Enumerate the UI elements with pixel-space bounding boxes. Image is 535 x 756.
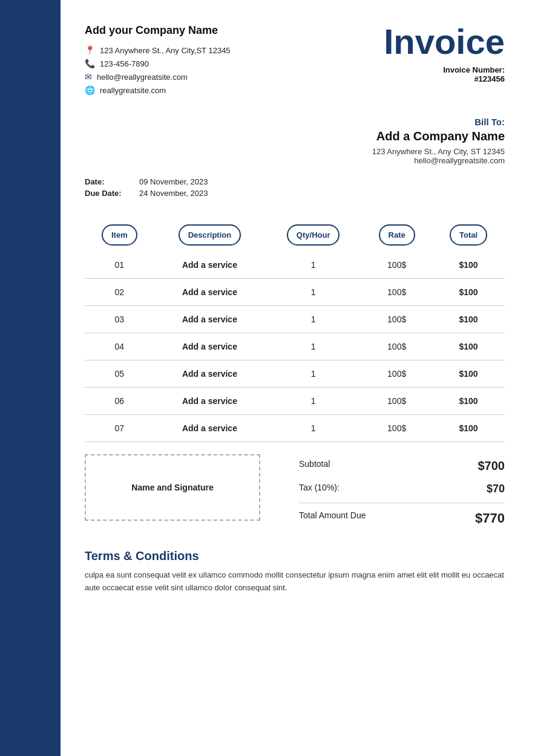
- bill-to: Bill To: Add a Company Name 123 Anywhere…: [372, 117, 505, 165]
- terms-section: Terms & Conditions culpa ea sunt consequ…: [85, 549, 505, 595]
- email-icon: ✉: [85, 72, 92, 82]
- table-row: 03 Add a service 1 100$ $100: [85, 306, 505, 333]
- cell-description: Add a service: [154, 252, 265, 279]
- cell-rate: 100$: [361, 333, 432, 360]
- cell-item: 07: [85, 415, 154, 442]
- bill-to-company: Add a Company Name: [372, 129, 505, 143]
- table-row: 07 Add a service 1 100$ $100: [85, 415, 505, 442]
- invoice-title-block: Invoice Invoice Number: #123456: [384, 24, 505, 83]
- table-row: 04 Add a service 1 100$ $100: [85, 333, 505, 360]
- cell-description: Add a service: [154, 333, 265, 360]
- col-item: Item: [85, 218, 154, 252]
- web-icon: 🌐: [85, 85, 95, 95]
- company-address: 123 Anywhere St., Any City,ST 12345: [100, 46, 231, 55]
- company-website: reallygreatsite.com: [100, 86, 166, 95]
- col-rate: Rate: [361, 218, 432, 252]
- cell-rate: 100$: [361, 388, 432, 415]
- due-date-value: 24 November, 2023: [139, 189, 208, 198]
- invoice-number-value: #123456: [474, 74, 505, 83]
- cell-item: 04: [85, 333, 154, 360]
- table-row: 06 Add a service 1 100$ $100: [85, 388, 505, 415]
- cell-description: Add a service: [154, 388, 265, 415]
- cell-total: $100: [432, 279, 505, 306]
- cell-total: $100: [432, 360, 505, 388]
- company-name: Add your Company Name: [85, 24, 231, 37]
- due-date-row: Due Date: 24 November, 2023: [85, 189, 208, 198]
- final-total-row: Total Amount Due $770: [299, 506, 505, 531]
- cell-qty: 1: [265, 388, 361, 415]
- table-row: 02 Add a service 1 100$ $100: [85, 279, 505, 306]
- cell-total: $100: [432, 306, 505, 333]
- cell-total: $100: [432, 415, 505, 442]
- company-email: hello@reallygreatsite.com: [97, 73, 188, 82]
- invoice-number-label: Invoice Number:: [443, 65, 505, 74]
- content-area: Add your Company Name 📍 123 Anywhere St.…: [61, 0, 535, 756]
- due-date-label: Due Date:: [85, 189, 139, 198]
- cell-qty: 1: [265, 360, 361, 388]
- terms-title: Terms & Conditions: [85, 549, 505, 563]
- cell-total: $100: [432, 333, 505, 360]
- table-header-row: Item Description Qty/Hour Rate Total: [85, 218, 505, 252]
- cell-total: $100: [432, 252, 505, 279]
- cell-description: Add a service: [154, 279, 265, 306]
- signature-label: Name and Signature: [131, 483, 213, 492]
- cell-qty: 1: [265, 306, 361, 333]
- tax-label: Tax (10%):: [299, 483, 340, 495]
- bill-to-email: hello@reallygreatsite.com: [372, 156, 505, 165]
- invoice-number-block: Invoice Number: #123456: [384, 65, 505, 83]
- cell-rate: 100$: [361, 279, 432, 306]
- cell-qty: 1: [265, 279, 361, 306]
- cell-description: Add a service: [154, 360, 265, 388]
- cell-rate: 100$: [361, 415, 432, 442]
- sidebar: [0, 0, 61, 756]
- cell-rate: 100$: [361, 360, 432, 388]
- terms-text: culpa ea sunt consequat velit ex ullamco…: [85, 569, 505, 595]
- tax-row: Tax (10%): $70: [299, 478, 505, 500]
- cell-item: 05: [85, 360, 154, 388]
- dates-left: Date: 09 November, 2023 Due Date: 24 Nov…: [85, 177, 208, 200]
- col-total: Total: [432, 218, 505, 252]
- table-body: 01 Add a service 1 100$ $100 02 Add a se…: [85, 252, 505, 442]
- invoice-table: Item Description Qty/Hour Rate Total 01 …: [85, 218, 505, 442]
- subtotal-label: Subtotal: [299, 459, 330, 473]
- bill-section: Bill To: Add a Company Name 123 Anywhere…: [85, 117, 505, 165]
- email-row: ✉ hello@reallygreatsite.com: [85, 72, 231, 82]
- cell-item: 02: [85, 279, 154, 306]
- header: Add your Company Name 📍 123 Anywhere St.…: [85, 24, 505, 99]
- company-phone: 123-456-7890: [100, 59, 149, 68]
- subtotal-row: Subtotal $700: [299, 454, 505, 478]
- page-wrapper: Add your Company Name 📍 123 Anywhere St.…: [0, 0, 535, 756]
- cell-description: Add a service: [154, 306, 265, 333]
- totals-divider: [299, 503, 505, 503]
- date-value: 09 November, 2023: [139, 177, 208, 186]
- signature-box: Name and Signature: [85, 454, 260, 521]
- date-row: Date: 09 November, 2023: [85, 177, 208, 186]
- table-row: 01 Add a service 1 100$ $100: [85, 252, 505, 279]
- website-row: 🌐 reallygreatsite.com: [85, 85, 231, 95]
- totals-block: Subtotal $700 Tax (10%): $70 Total Amoun…: [299, 454, 505, 531]
- date-label: Date:: [85, 177, 139, 186]
- tax-value: $70: [487, 483, 505, 495]
- col-description: Description: [154, 218, 265, 252]
- phone-icon: 📞: [85, 59, 95, 68]
- company-info: Add your Company Name 📍 123 Anywhere St.…: [85, 24, 231, 99]
- dates-section: Date: 09 November, 2023 Due Date: 24 Nov…: [85, 177, 505, 200]
- cell-qty: 1: [265, 333, 361, 360]
- cell-qty: 1: [265, 252, 361, 279]
- cell-rate: 100$: [361, 306, 432, 333]
- invoice-title: Invoice: [384, 24, 505, 59]
- cell-qty: 1: [265, 415, 361, 442]
- cell-total: $100: [432, 388, 505, 415]
- cell-item: 06: [85, 388, 154, 415]
- subtotal-value: $700: [478, 459, 505, 473]
- total-amount-label: Total Amount Due: [299, 510, 366, 526]
- location-icon: 📍: [85, 45, 95, 55]
- bill-to-address: 123 Anywhere St., Any City, ST 12345: [372, 147, 505, 156]
- cell-item: 03: [85, 306, 154, 333]
- phone-row: 📞 123-456-7890: [85, 59, 231, 68]
- cell-description: Add a service: [154, 415, 265, 442]
- total-amount-value: $770: [475, 510, 505, 526]
- col-qty: Qty/Hour: [265, 218, 361, 252]
- cell-item: 01: [85, 252, 154, 279]
- table-row: 05 Add a service 1 100$ $100: [85, 360, 505, 388]
